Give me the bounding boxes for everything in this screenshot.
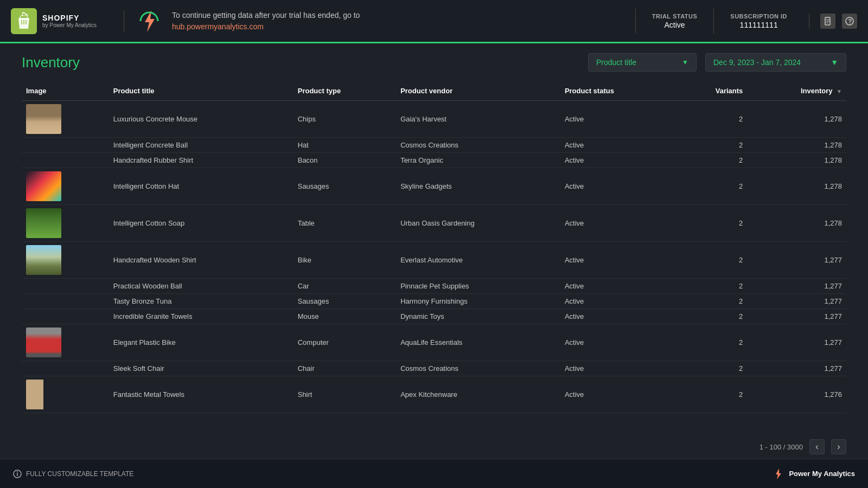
product-type-cell: Chair bbox=[293, 361, 396, 376]
product-inventory-cell: 1,276 bbox=[747, 376, 846, 413]
filter-label: Product title bbox=[596, 58, 636, 67]
table-row: Luxurious Concrete MouseChipsGaia's Harv… bbox=[22, 101, 846, 138]
header-divider bbox=[124, 10, 124, 32]
product-inventory-cell: 1,277 bbox=[747, 361, 846, 376]
col-product-title[interactable]: Product title bbox=[109, 81, 293, 101]
col-product-status: Product status bbox=[560, 81, 675, 101]
product-title-cell: Handcrafted Rubber Shirt bbox=[109, 153, 293, 168]
product-image-cell bbox=[22, 153, 109, 168]
col-product-type: Product type bbox=[293, 81, 396, 101]
product-inventory-cell: 1,278 bbox=[747, 138, 846, 153]
document-icon-btn[interactable] bbox=[820, 14, 835, 29]
table-row: Incredible Granite TowelsMouseDynamic To… bbox=[22, 309, 846, 324]
trial-status-box: TRIAL STATUS Active bbox=[635, 9, 714, 34]
product-title-cell: Practical Wooden Ball bbox=[109, 279, 293, 294]
product-variants-cell: 2 bbox=[675, 168, 747, 205]
product-status-cell: Active bbox=[560, 279, 675, 294]
product-image-cell bbox=[22, 101, 109, 138]
prev-page-button[interactable]: ‹ bbox=[809, 439, 825, 454]
product-type-cell: Bike bbox=[293, 242, 396, 279]
trial-status-label: TRIAL STATUS bbox=[652, 13, 698, 20]
date-range-dropdown[interactable]: Dec 9, 2023 - Jan 7, 2024 ▼ bbox=[705, 53, 846, 72]
info-icon bbox=[13, 470, 22, 478]
product-inventory-cell: 1,278 bbox=[747, 153, 846, 168]
svg-point-11 bbox=[17, 471, 18, 472]
footer-left: FULLY CUSTOMIZABLE TEMPLATE bbox=[13, 470, 133, 478]
inventory-sort-icon: ▼ bbox=[837, 88, 842, 94]
product-title-cell: Intelligent Cotton Hat bbox=[109, 168, 293, 205]
product-type-cell: Hat bbox=[293, 138, 396, 153]
table-row: Handcrafted Wooden ShirtBikeEverlast Aut… bbox=[22, 242, 846, 279]
product-inventory-cell: 1,277 bbox=[747, 324, 846, 361]
date-range-label: Dec 9, 2023 - Jan 7, 2024 bbox=[713, 58, 801, 67]
header: SHOPIFY by Power My Analytics To continu… bbox=[0, 0, 868, 43]
product-title-cell: Sleek Soft Chair bbox=[109, 361, 293, 376]
status-area: TRIAL STATUS Active SUBSCRIPTION ID 1111… bbox=[635, 9, 857, 34]
product-type-cell: Shirt bbox=[293, 376, 396, 413]
help-icon-btn[interactable]: ? bbox=[842, 14, 857, 29]
product-title-cell: Incredible Granite Towels bbox=[109, 309, 293, 324]
product-variants-cell: 2 bbox=[675, 242, 747, 279]
table-row: Handcrafted Rubber ShirtBaconTerra Organ… bbox=[22, 153, 846, 168]
col-product-vendor: Product vendor bbox=[396, 81, 560, 101]
product-variants-cell: 2 bbox=[675, 376, 747, 413]
pagination-bar: 1 - 100 / 3000 ‹ › bbox=[0, 435, 868, 459]
product-type-cell: Computer bbox=[293, 324, 396, 361]
page-title: Inventory bbox=[22, 54, 80, 71]
table-row: Sleek Soft ChairChairCosmos CreationsAct… bbox=[22, 361, 846, 376]
footer-right: Power My Analytics bbox=[771, 467, 855, 480]
product-type-cell: Bacon bbox=[293, 153, 396, 168]
product-vendor-cell: Pinnacle Pet Supplies bbox=[396, 279, 560, 294]
pagination-info: 1 - 100 / 3000 bbox=[760, 443, 803, 451]
svg-marker-12 bbox=[776, 468, 781, 479]
product-image bbox=[26, 104, 61, 134]
logo-subtitle: by Power My Analytics bbox=[42, 22, 97, 28]
product-image-cell bbox=[22, 242, 109, 279]
table-row: Tasty Bronze TunaSausagesHarmony Furnish… bbox=[22, 294, 846, 309]
table-row: Intelligent Cotton SoapTableUrban Oasis … bbox=[22, 205, 846, 242]
product-vendor-cell: Terra Organic bbox=[396, 153, 560, 168]
product-filter-dropdown[interactable]: Product title ▼ bbox=[588, 53, 697, 72]
inventory-table: Image Product title Product type Product… bbox=[22, 81, 846, 413]
next-page-button[interactable]: › bbox=[831, 439, 846, 454]
table-row: Practical Wooden BallCarPinnacle Pet Sup… bbox=[22, 279, 846, 294]
product-status-cell: Active bbox=[560, 101, 675, 138]
product-inventory-cell: 1,278 bbox=[747, 101, 846, 138]
product-title-cell: Intelligent Cotton Soap bbox=[109, 205, 293, 242]
product-image-cell bbox=[22, 279, 109, 294]
shopify-icon bbox=[11, 8, 37, 34]
product-vendor-cell: Apex Kitchenware bbox=[396, 376, 560, 413]
product-title-cell: Tasty Bronze Tuna bbox=[109, 294, 293, 309]
table-header-row: Image Product title Product type Product… bbox=[22, 81, 846, 101]
logo-area: SHOPIFY by Power My Analytics bbox=[11, 8, 97, 34]
product-image-cell bbox=[22, 376, 109, 413]
product-status-cell: Active bbox=[560, 205, 675, 242]
product-status-cell: Active bbox=[560, 294, 675, 309]
product-variants-cell: 2 bbox=[675, 324, 747, 361]
product-image bbox=[26, 208, 61, 238]
customize-label: FULLY CUSTOMIZABLE TEMPLATE bbox=[26, 470, 133, 478]
product-title-cell: Fantastic Metal Towels bbox=[109, 376, 293, 413]
product-inventory-cell: 1,277 bbox=[747, 294, 846, 309]
product-image bbox=[26, 245, 61, 275]
product-status-cell: Active bbox=[560, 153, 675, 168]
footer: FULLY CUSTOMIZABLE TEMPLATE Power My Ana… bbox=[0, 459, 868, 488]
product-image-cell bbox=[22, 168, 109, 205]
toolbar: Inventory Product title ▼ Dec 9, 2023 - … bbox=[0, 43, 868, 81]
product-vendor-cell: Skyline Gadgets bbox=[396, 168, 560, 205]
col-inventory[interactable]: Inventory ▼ bbox=[747, 81, 846, 101]
product-type-cell: Table bbox=[293, 205, 396, 242]
product-vendor-cell: Dynamic Toys bbox=[396, 309, 560, 324]
product-variants-cell: 2 bbox=[675, 205, 747, 242]
product-status-cell: Active bbox=[560, 324, 675, 361]
date-arrow-icon: ▼ bbox=[831, 58, 838, 67]
hub-link[interactable]: hub.powermyanalytics.com bbox=[172, 22, 264, 31]
product-vendor-cell: Gaia's Harvest bbox=[396, 101, 560, 138]
product-type-cell: Mouse bbox=[293, 309, 396, 324]
product-image bbox=[26, 328, 61, 357]
col-variants: Variants bbox=[675, 81, 747, 101]
pma-icon bbox=[135, 7, 163, 35]
subscription-label: SUBSCRIPTION ID bbox=[730, 13, 787, 20]
filter-arrow-icon: ▼ bbox=[682, 59, 688, 66]
product-title-cell: Elegant Plastic Bike bbox=[109, 324, 293, 361]
